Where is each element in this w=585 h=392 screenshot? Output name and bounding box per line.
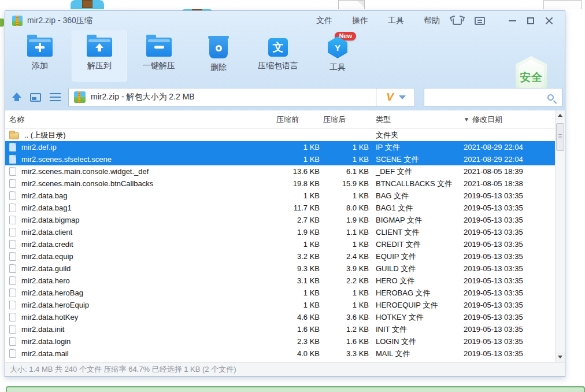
modified-date-cell: 2019-05-13 03:35 [464, 204, 555, 212]
extract-to-button[interactable]: 解压到 [72, 31, 127, 82]
trash-icon [209, 38, 228, 58]
menu-tools[interactable]: 工具 [388, 16, 404, 26]
title-bar[interactable]: mir2.zip - 360压缩 文件 操作 工具 帮助 [5, 11, 565, 31]
version-dropdown[interactable]: V [376, 88, 409, 106]
file-type-cell: GUILD 文件 [371, 264, 464, 274]
table-row[interactable]: mir2.data.bigmap 2.7 KB 1.9 KB BIGMAP 文件… [5, 214, 555, 226]
archive-language-button[interactable]: 文 压缩包语言 [250, 31, 306, 82]
feedback-icon[interactable] [475, 17, 485, 25]
add-folder-icon [27, 38, 53, 57]
minimize-button[interactable] [505, 14, 520, 28]
menu-operation[interactable]: 操作 [352, 16, 368, 26]
table-row[interactable]: mir2.data.hero 3.1 KB 2.2 KB HERO 文件 201… [5, 275, 555, 287]
list-view-icon[interactable] [50, 93, 61, 101]
size-before-cell: 1 KB [256, 143, 322, 151]
size-before-cell: 11.7 KB [256, 204, 322, 212]
address-row: mir2.zip - 解包大小为 2.2 MB V [5, 84, 565, 110]
table-row[interactable]: mir2.def.ip 1 KB 1 KB IP 文件 2021-08-29 2… [5, 141, 555, 153]
modified-date-cell: 2019-05-13 03:35 [464, 264, 555, 273]
file-name: mir2.data.guild [21, 264, 71, 273]
vertical-scrollbar[interactable] [555, 110, 565, 362]
file-name-cell: mir2.data.guild [5, 264, 256, 273]
column-header-type[interactable]: 类型 [371, 114, 464, 125]
file-name-cell: .. (上级目录) [5, 130, 256, 140]
size-before-cell: 4.0 KB [256, 349, 322, 358]
table-row[interactable]: mir2.data.bag1 11.7 KB 8.0 KB BAG1 文件 20… [5, 202, 555, 214]
scrollbar-thumb[interactable] [556, 123, 564, 151]
file-name: mir2.data.heroBag [21, 289, 83, 297]
desktop-icon-fragment[interactable] [338, 0, 365, 9]
skin-icon[interactable] [453, 19, 462, 25]
table-row[interactable]: mir2.data.credit 1 KB 1 KB CREDIT 文件 201… [5, 238, 555, 250]
sort-descending-icon: ▼ [464, 116, 469, 123]
table-row[interactable]: mir2.data.client 1.9 KB 1.1 KB CLIENT 文件… [5, 226, 555, 238]
up-directory-icon[interactable] [12, 93, 21, 102]
file-name: mir2.data.heroEquip [21, 301, 89, 309]
file-name: mir2.data.equip [21, 252, 73, 261]
tools-button[interactable]: New Y 工具 [310, 31, 365, 82]
size-before-cell: 4.6 KB [256, 313, 322, 321]
file-type-cell: CREDIT 文件 [371, 239, 464, 250]
file-name-cell: mir2.scenes.main.console.btnCallbacks [5, 179, 256, 188]
file-name-cell: mir2.data.heroEquip [5, 301, 256, 309]
file-name-cell: mir2.data.hotKey [5, 313, 256, 321]
file-type-cell: BIGMAP 文件 [371, 215, 464, 225]
column-header-name[interactable]: 名称 [5, 114, 256, 125]
table-row[interactable]: .. (上级目录) 文件夹 [5, 129, 555, 141]
table-row[interactable]: mir2.data.guild 9.3 KB 3.9 KB GUILD 文件 2… [5, 262, 555, 275]
view-mode-icon[interactable] [30, 93, 41, 102]
table-row[interactable]: mir2.data.equip 3.2 KB 2.4 KB EQUIP 文件 2… [5, 250, 555, 262]
table-row[interactable]: mir2.data.login 2.3 KB 1.6 KB LOGIN 文件 2… [5, 335, 555, 347]
table-row[interactable]: mir2.scenes.main.console.widget._def 13.… [5, 165, 555, 177]
scroll-up-button[interactable] [556, 110, 565, 120]
size-before-cell: 2.3 KB [256, 337, 322, 346]
table-row[interactable]: mir2.data.hotKey 4.6 KB 3.6 KB HOTKEY 文件… [5, 311, 555, 323]
menu-bar: 文件 操作 工具 帮助 [316, 11, 440, 31]
extract-folder-icon [87, 38, 112, 57]
menu-file[interactable]: 文件 [316, 16, 332, 26]
column-header-after[interactable]: 压缩后 [322, 114, 371, 125]
size-after-cell: 1 KB [322, 155, 371, 164]
size-before-cell: 1.9 KB [256, 228, 322, 236]
column-header-before[interactable]: 压缩前 [256, 114, 322, 125]
file-name: mir2.data.hero [21, 276, 70, 285]
menu-help[interactable]: 帮助 [424, 16, 440, 26]
scroll-down-icon [558, 356, 562, 358]
table-row[interactable]: mir2.data.mail 4.0 KB 3.3 KB MAIL 文件 201… [5, 347, 555, 360]
file-name-cell: mir2.data.init [5, 325, 256, 334]
table-row[interactable]: mir2.scenes.sfselect.scene 1 KB 1 KB SCE… [5, 153, 555, 165]
column-header-date[interactable]: ▼ 修改日期 [464, 114, 555, 125]
maximize-button[interactable] [523, 14, 538, 28]
scroll-down-button[interactable] [556, 352, 565, 362]
file-name: mir2.data.bag [21, 191, 68, 200]
desktop-icon-fragment[interactable] [71, 0, 104, 9]
column-header-date-label: 修改日期 [472, 114, 502, 125]
size-before-cell: 1 KB [256, 191, 322, 200]
table-row[interactable]: mir2.data.heroBag 1 KB 1 KB HEROBAG 文件 2… [5, 287, 555, 299]
modified-date-cell: 2019-05-13 03:35 [464, 240, 555, 249]
delete-button[interactable]: 删除 [191, 31, 246, 82]
table-row[interactable]: mir2.data.init 1.6 KB 1.2 KB INIT 文件 201… [5, 323, 555, 335]
one-click-extract-button[interactable]: 一键解压 [131, 31, 187, 82]
language-icon: 文 [268, 38, 288, 57]
search-box[interactable] [424, 88, 562, 107]
table-row[interactable]: mir2.scenes.main.console.btnCallbacks 19… [5, 177, 555, 190]
search-input[interactable] [424, 88, 547, 106]
table-row[interactable]: mir2.data.bag 1 KB 1 KB BAG 文件 2019-05-1… [5, 190, 555, 202]
search-icon[interactable] [547, 94, 554, 101]
modified-date-cell: 2021-08-29 22:04 [464, 155, 555, 164]
file-name-cell: mir2.scenes.main.console.widget._def [5, 167, 256, 176]
up-arrow-icon [95, 43, 104, 51]
close-button[interactable] [542, 14, 557, 28]
add-button[interactable]: 添加 [12, 31, 68, 82]
recycle-icon [216, 45, 222, 51]
table-row[interactable]: mir2.data.heroEquip 1 KB 1 KB HEROEQUIP … [5, 299, 555, 311]
desktop-icon-fragment[interactable] [543, 0, 582, 9]
file-type-cell: HEROBAG 文件 [371, 288, 464, 298]
file-type-cell: BAG 文件 [371, 191, 464, 201]
size-after-cell: 8.0 KB [322, 204, 371, 212]
size-after-cell: 3.6 KB [322, 313, 371, 321]
address-bar[interactable]: mir2.zip - 解包大小为 2.2 MB V [68, 88, 415, 107]
app-zip-icon [12, 16, 23, 26]
size-after-cell: 1.9 KB [322, 216, 371, 224]
